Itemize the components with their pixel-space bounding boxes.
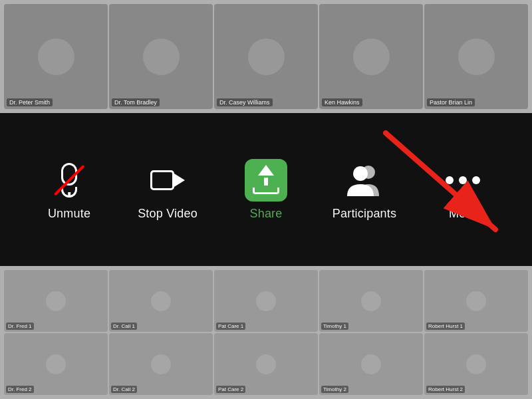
unmute-icon-wrap	[48, 159, 90, 201]
bottom-participant-name: Dr. Call 1	[111, 323, 137, 330]
bottom-participant-grid: Dr. Fred 1 Dr. Call 1 Pat Care 1 Timothy…	[0, 266, 532, 399]
share-icon-wrap	[245, 159, 287, 201]
participants-button[interactable]: Participants	[331, 159, 398, 221]
dot-3	[472, 176, 480, 184]
unmute-label: Unmute	[48, 207, 90, 221]
bottom-tile: Dr. Fred 1	[4, 270, 108, 332]
participant-name: Dr. Tom Bradley	[112, 98, 160, 106]
bottom-participant-name: Dr. Fred 2	[6, 386, 34, 393]
svg-point-3	[353, 166, 368, 181]
bottom-participant-name: Timothy 1	[321, 323, 348, 330]
app-window: Dr. Peter Smith Dr. Tom Bradley Dr. Case…	[0, 0, 532, 399]
participant-tile: Dr. Casey Williams	[214, 4, 318, 109]
participants-icon	[343, 163, 386, 198]
stop-video-label: Stop Video	[138, 207, 198, 221]
participant-tile: Ken Hawkins	[319, 4, 423, 109]
participant-name: Dr. Peter Smith	[7, 98, 53, 106]
bottom-participant-name: Dr. Fred 1	[6, 323, 34, 330]
bottom-tile: Pat Care 1	[214, 270, 318, 332]
bottom-participant-name: Dr. Call 2	[111, 386, 137, 393]
video-icon-wrap	[146, 159, 189, 201]
meeting-toolbar: Unmute Stop Video Share	[0, 113, 532, 266]
bottom-tile: Dr. Fred 2	[4, 333, 108, 395]
share-label: Share	[249, 207, 282, 221]
top-participant-grid: Dr. Peter Smith Dr. Tom Bradley Dr. Case…	[0, 0, 532, 113]
bottom-tile: Timothy 1	[319, 270, 423, 332]
video-camera-icon	[150, 168, 185, 192]
stop-video-button[interactable]: Stop Video	[134, 159, 201, 221]
bottom-tile: Timothy 2	[319, 333, 423, 395]
bottom-participant-name: Robert Hurst 1	[426, 323, 465, 330]
dot-2	[459, 176, 467, 184]
participants-icon-wrap	[343, 159, 386, 201]
bottom-tile: Robert Hurst 2	[424, 333, 528, 395]
share-button[interactable]: Share	[233, 159, 299, 221]
dot-1	[446, 176, 454, 184]
more-dots-icon	[446, 176, 480, 184]
participant-tile: Dr. Tom Bradley	[109, 4, 213, 109]
unmute-button[interactable]: Unmute	[36, 159, 102, 221]
bottom-tile: Robert Hurst 1	[424, 270, 528, 332]
participant-name: Pastor Brian Lin	[427, 98, 475, 106]
bottom-participant-name: Timothy 2	[321, 386, 348, 393]
more-icon-wrap	[442, 159, 484, 201]
participant-name: Ken Hawkins	[322, 98, 362, 106]
bottom-tile: Dr. Call 2	[109, 333, 213, 395]
participant-name: Dr. Casey Williams	[217, 98, 273, 106]
share-screen-icon	[253, 165, 279, 196]
bottom-participant-name: Pat Care 2	[216, 386, 245, 393]
participant-tile: Dr. Peter Smith	[4, 4, 108, 109]
participant-tile: Pastor Brian Lin	[424, 4, 528, 109]
participants-label: Participants	[332, 207, 396, 221]
mic-slash-icon	[56, 163, 82, 198]
bottom-participant-name: Robert Hurst 2	[426, 386, 465, 393]
bottom-tile: Dr. Call 1	[109, 270, 213, 332]
more-label: More	[449, 207, 477, 221]
more-button[interactable]: More	[430, 159, 496, 221]
bottom-tile: Pat Care 2	[214, 333, 318, 395]
bottom-participant-name: Pat Care 1	[216, 323, 245, 330]
